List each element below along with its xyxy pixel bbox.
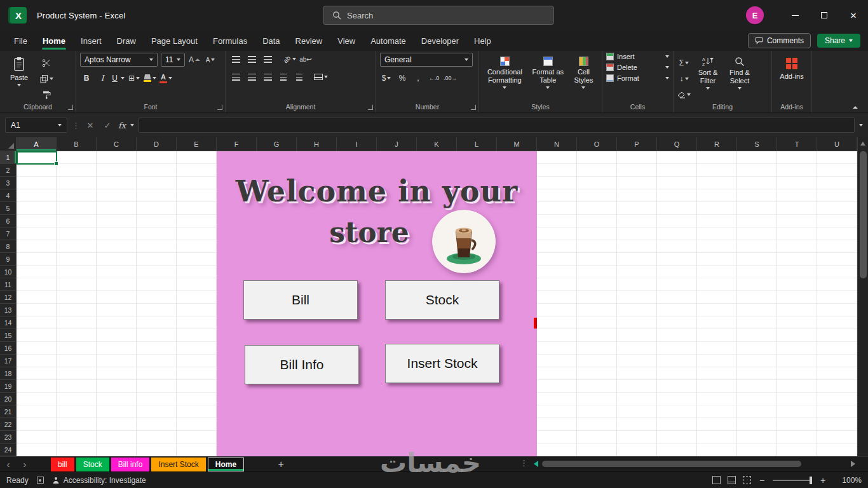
collapse-ribbon-icon[interactable] — [853, 106, 858, 109]
column-header-m[interactable]: M — [497, 137, 537, 151]
column-header-b[interactable]: B — [57, 137, 97, 151]
name-box[interactable]: A1 — [5, 118, 67, 133]
scroll-right-icon[interactable] — [851, 461, 855, 467]
bill-button[interactable]: Bill — [243, 280, 358, 320]
column-header-a[interactable]: A — [17, 137, 57, 151]
grid-canvas[interactable]: Welcome in your store Bill Stock Bill In — [17, 151, 857, 456]
macro-record-icon[interactable] — [37, 477, 44, 484]
row-header-9[interactable]: 9 — [0, 253, 17, 266]
align-right-button[interactable] — [261, 71, 274, 83]
row-header-8[interactable]: 8 — [0, 240, 17, 253]
vertical-scrollbar-thumb[interactable] — [860, 151, 867, 278]
menu-tab-formulas[interactable]: Formulas — [205, 30, 255, 51]
row-header-4[interactable]: 4 — [0, 189, 17, 202]
row-header-16[interactable]: 16 — [0, 342, 17, 355]
horizontal-scrollbar-thumb[interactable] — [542, 461, 801, 467]
fill-color-button[interactable] — [144, 72, 156, 85]
find-select-button[interactable]: Find & Select — [725, 55, 754, 101]
increase-decimal-button[interactable]: ←.0 — [428, 72, 440, 85]
zoom-slider[interactable] — [773, 480, 812, 481]
menu-tab-draw[interactable]: Draw — [109, 30, 144, 51]
row-header-6[interactable]: 6 — [0, 215, 17, 227]
menu-tab-help[interactable]: Help — [466, 30, 499, 51]
format-painter-button[interactable] — [39, 89, 53, 101]
number-dialog-launcher-icon[interactable] — [471, 105, 476, 110]
percent-format-button[interactable]: % — [396, 72, 409, 85]
column-header-d[interactable]: D — [137, 137, 177, 151]
decrease-indent-button[interactable] — [277, 71, 290, 83]
paste-button[interactable]: Paste — [4, 55, 34, 101]
menu-tab-review[interactable]: Review — [288, 30, 330, 51]
previous-sheet-icon[interactable]: ‹ — [0, 459, 17, 469]
menu-tab-view[interactable]: View — [330, 30, 363, 51]
bold-button[interactable]: B — [80, 72, 93, 85]
comma-format-button[interactable]: , — [412, 72, 424, 85]
sheet-tab-bill[interactable]: bill — [51, 458, 74, 471]
sort-filter-button[interactable]: AZ Sort & Filter — [693, 55, 722, 101]
insert-cells-button[interactable]: Insert — [606, 53, 669, 60]
column-header-n[interactable]: N — [537, 137, 577, 151]
confirm-entry-button[interactable]: ✓ — [101, 121, 114, 130]
underline-button[interactable]: U — [112, 72, 125, 85]
row-header-12[interactable]: 12 — [0, 291, 17, 304]
increase-font-size-button[interactable]: A — [188, 53, 201, 66]
column-header-q[interactable]: Q — [657, 137, 697, 151]
zoom-in-button[interactable]: + — [819, 475, 827, 485]
row-header-19[interactable]: 19 — [0, 380, 17, 393]
orientation-button[interactable]: ab — [283, 53, 296, 65]
column-header-i[interactable]: I — [337, 137, 377, 151]
more-options-icon[interactable]: ⋮ — [520, 458, 528, 468]
format-as-table-button[interactable]: Format as Table — [529, 55, 567, 101]
row-header-14[interactable]: 14 — [0, 316, 17, 329]
cancel-entry-button[interactable]: ✕ — [84, 121, 97, 130]
next-sheet-icon[interactable]: › — [17, 459, 33, 469]
increase-indent-button[interactable] — [293, 71, 306, 83]
close-button[interactable]: × — [839, 0, 868, 30]
column-header-g[interactable]: G — [257, 137, 297, 151]
column-header-c[interactable]: C — [97, 137, 137, 151]
font-size-select[interactable]: 11 — [161, 53, 185, 67]
select-all-corner[interactable] — [0, 137, 17, 151]
cell-styles-button[interactable]: Cell Styles — [569, 55, 598, 101]
menu-tab-data[interactable]: Data — [255, 30, 287, 51]
autosum-button[interactable]: Σ — [677, 57, 691, 69]
alignment-dialog-launcher-icon[interactable] — [368, 105, 373, 110]
account-avatar[interactable]: E — [746, 6, 764, 24]
menu-tab-insert[interactable]: Insert — [73, 30, 109, 51]
row-header-11[interactable]: 11 — [0, 278, 17, 291]
row-header-23[interactable]: 23 — [0, 431, 17, 444]
maximize-button[interactable] — [810, 0, 839, 30]
column-header-f[interactable]: F — [217, 137, 257, 151]
row-header-13[interactable]: 13 — [0, 304, 17, 316]
align-left-button[interactable] — [229, 71, 242, 83]
menu-tab-automate[interactable]: Automate — [363, 30, 414, 51]
number-format-select[interactable]: General — [380, 53, 473, 67]
row-header-5[interactable]: 5 — [0, 202, 17, 215]
column-header-p[interactable]: P — [617, 137, 657, 151]
page-layout-view-icon[interactable] — [728, 476, 736, 484]
row-header-17[interactable]: 17 — [0, 355, 17, 367]
menu-tab-developer[interactable]: Developer — [414, 30, 466, 51]
column-header-t[interactable]: T — [777, 137, 817, 151]
column-header-u[interactable]: U — [817, 137, 857, 151]
share-button[interactable]: Share — [817, 34, 860, 48]
copy-button[interactable] — [39, 72, 53, 85]
font-color-button[interactable]: A — [159, 72, 172, 85]
expand-formula-bar-icon[interactable] — [859, 124, 863, 126]
formula-input[interactable] — [139, 118, 855, 133]
row-header-18[interactable]: 18 — [0, 367, 17, 380]
selected-cell-a1[interactable] — [17, 151, 57, 165]
excel-logo-icon[interactable]: X — [10, 7, 27, 24]
column-header-o[interactable]: O — [577, 137, 617, 151]
borders-button[interactable]: ⊞ — [128, 72, 140, 85]
row-header-21[interactable]: 21 — [0, 405, 17, 418]
scroll-up-icon[interactable] — [860, 142, 865, 146]
bill-info-button[interactable]: Bill Info — [245, 345, 359, 384]
column-header-l[interactable]: L — [457, 137, 497, 151]
sheet-tab-stock[interactable]: Stock — [76, 458, 109, 471]
sheet-tab-insert-stock[interactable]: Insert Stock — [151, 458, 205, 471]
align-middle-button[interactable] — [245, 53, 258, 65]
column-header-r[interactable]: R — [697, 137, 737, 151]
zoom-slider-thumb[interactable] — [810, 477, 812, 484]
vertical-scrollbar[interactable] — [857, 137, 868, 456]
